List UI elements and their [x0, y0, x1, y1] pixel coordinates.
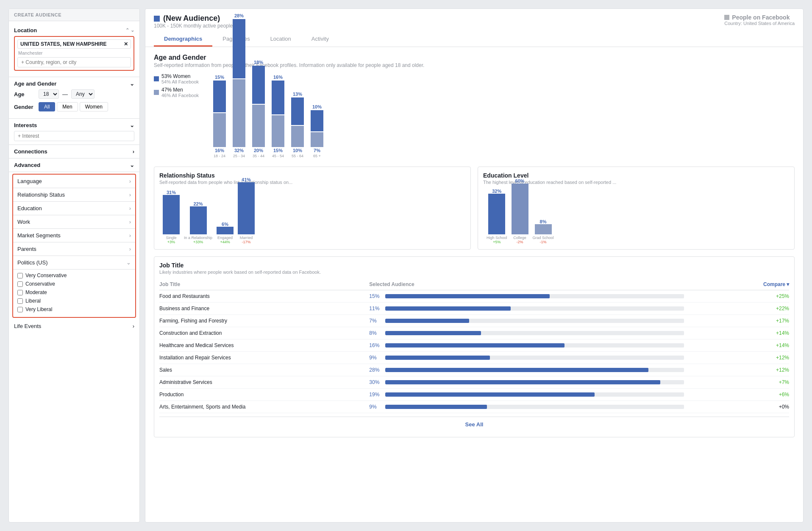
location-input[interactable]: [17, 57, 131, 67]
age-gender-header[interactable]: Age and Gender ⌄: [14, 81, 134, 87]
politics-options: Very Conservative Conservative Moderate …: [13, 270, 135, 317]
advanced-chevron: ⌄: [130, 162, 134, 168]
edu-bar-gradschool: 8% Grad School -1%: [533, 219, 554, 244]
politics-very-liberal-checkbox[interactable]: [17, 307, 23, 312]
adv-education[interactable]: Education ›: [13, 202, 135, 215]
politics-conservative-label: Conservative: [25, 281, 55, 287]
table-row: Healthcare and Medical Services 16% +14%: [159, 339, 789, 352]
age-label-65plus: 65 +: [313, 154, 321, 158]
row-bar-healthcare: 16%: [369, 342, 684, 348]
row-change-food: +25%: [684, 293, 789, 299]
age-min-select[interactable]: 18: [39, 89, 59, 99]
age-gender-chart-area: 53% Women 54% All Facebook 47% Men 46% A…: [154, 73, 795, 158]
bar-group-55-64: 13% 10% 55 - 64: [291, 92, 304, 158]
rel-fill-married: [238, 182, 255, 234]
age-gender-label: Age and Gender: [14, 81, 56, 87]
age-gender-section-desc: Self-reported information from people in…: [154, 62, 795, 68]
men-bar-35-44: [252, 105, 265, 147]
row-pct-food: 15%: [369, 293, 382, 299]
gender-all-button[interactable]: All: [39, 102, 55, 111]
tab-location[interactable]: Location: [260, 32, 301, 47]
bar-group-45-54: 16% 15% 45 - 54: [272, 75, 284, 158]
politics-conservative-checkbox[interactable]: [17, 281, 23, 287]
people-fb-title: People on Facebook: [724, 14, 795, 21]
compare-button[interactable]: Compare ▾: [684, 281, 789, 287]
compare-chevron: ▾: [787, 281, 789, 287]
politics-liberal-checkbox[interactable]: [17, 298, 23, 304]
interests-header[interactable]: Interests ⌄: [14, 122, 134, 128]
legend-women-pct: 53% Women: [161, 73, 199, 79]
rel-bar-engaged: 6% Engaged +44%: [217, 222, 234, 244]
age-max-select[interactable]: Any: [71, 89, 95, 99]
adv-relationship-label: Relationship Status: [17, 192, 65, 198]
location-box: UNITED STATES, NEW HAMPSHIRE ✕ Mancheste…: [14, 36, 134, 71]
age-label: Age: [14, 91, 35, 97]
rel-label-single: Single: [166, 236, 176, 240]
adv-politics[interactable]: Politics (US) ⌄: [13, 256, 135, 270]
row-change-admin: +7%: [684, 379, 789, 385]
adv-politics-label: Politics (US): [17, 259, 48, 266]
row-title-farming: Farming, Fishing and Forestry: [159, 318, 369, 324]
row-bar-bg-arts: [385, 405, 684, 409]
adv-work[interactable]: Work ›: [13, 215, 135, 229]
row-bar-fill-farming: [385, 319, 469, 323]
men-pct-45-54: 15%: [273, 148, 283, 153]
edu-label-college: College: [513, 236, 526, 240]
table-row: Business and Finance 11% +22%: [159, 303, 789, 315]
location-country: UNITED STATES, NEW HAMPSHIRE: [20, 41, 107, 47]
connections-section[interactable]: Connections ›: [9, 145, 139, 158]
advanced-header[interactable]: Advanced ⌄: [9, 158, 139, 172]
edu-change-highschool: +5%: [493, 240, 501, 244]
main-content: (New Audience) 100K - 150K monthly activ…: [145, 8, 804, 523]
row-title-arts: Arts, Entertainment, Sports and Media: [159, 404, 369, 410]
location-close[interactable]: ✕: [124, 41, 128, 47]
education-card: Education Level The highest level of edu…: [478, 167, 795, 250]
women-bar-65plus: [311, 110, 323, 131]
interest-input[interactable]: [14, 131, 134, 141]
row-title-sales: Sales: [159, 367, 369, 373]
people-fb-square: [724, 15, 729, 20]
gender-women-button[interactable]: Women: [80, 102, 108, 111]
politics-very-conservative-checkbox[interactable]: [17, 273, 23, 278]
men-bar-25-34: [233, 79, 245, 147]
col-audience-header: Selected Audience: [369, 281, 684, 287]
connections-label: Connections: [14, 148, 47, 155]
women-bar-18-24: [213, 81, 226, 112]
row-bar-bg-food: [385, 294, 684, 298]
table-row: Installation and Repair Services 9% +12%: [159, 352, 789, 364]
see-all-button[interactable]: See All: [159, 417, 789, 432]
age-label-55-64: 55 - 64: [292, 154, 303, 158]
politics-moderate-checkbox[interactable]: [17, 290, 23, 295]
legend-men-dot: [154, 90, 159, 95]
rel-pct-relationship: 22%: [194, 201, 203, 206]
row-change-installation: +12%: [684, 355, 789, 361]
col-title-header: Job Title: [159, 281, 369, 287]
age-gender-section: Age and Gender ⌄ Age 18 — Any Gender All…: [9, 77, 139, 119]
gender-men-button[interactable]: Men: [57, 102, 78, 111]
location-header[interactable]: Location ⌃ ⌄: [14, 25, 134, 36]
table-row: Food and Restaurants 15% +25%: [159, 290, 789, 303]
life-events-label: Life Events: [14, 323, 41, 329]
men-bar-65plus: [311, 132, 323, 147]
men-bar-18-24: [213, 113, 226, 147]
age-label-18-24: 18 - 24: [214, 154, 225, 158]
audience-subtitle: 100K - 150K monthly active people: [154, 23, 233, 29]
interests-section: Interests ⌄: [9, 119, 139, 145]
adv-work-label: Work: [17, 219, 30, 225]
adv-relationship-status[interactable]: Relationship Status ›: [13, 188, 135, 202]
age-label-45-54: 45 - 54: [272, 154, 284, 158]
tab-activity[interactable]: Activity: [301, 32, 339, 47]
adv-language[interactable]: Language ›: [13, 175, 135, 188]
adv-market-segments[interactable]: Market Segments ›: [13, 229, 135, 242]
bar-group-18-24: 15% 16% 18 - 24: [213, 75, 226, 158]
row-pct-farming: 7%: [369, 318, 382, 324]
adv-parents-arrow: ›: [129, 246, 131, 252]
edu-bar-highschool: 32% High School +5%: [487, 189, 507, 244]
row-bar-admin: 30%: [369, 379, 684, 385]
table-row: Construction and Extraction 8% +14%: [159, 327, 789, 339]
adv-parents[interactable]: Parents ›: [13, 242, 135, 256]
life-events-section[interactable]: Life Events ›: [9, 320, 139, 333]
politics-liberal-label: Liberal: [25, 298, 41, 304]
tab-demographics[interactable]: Demographics: [154, 32, 212, 47]
legend-men-all: 46% All Facebook: [161, 93, 199, 98]
